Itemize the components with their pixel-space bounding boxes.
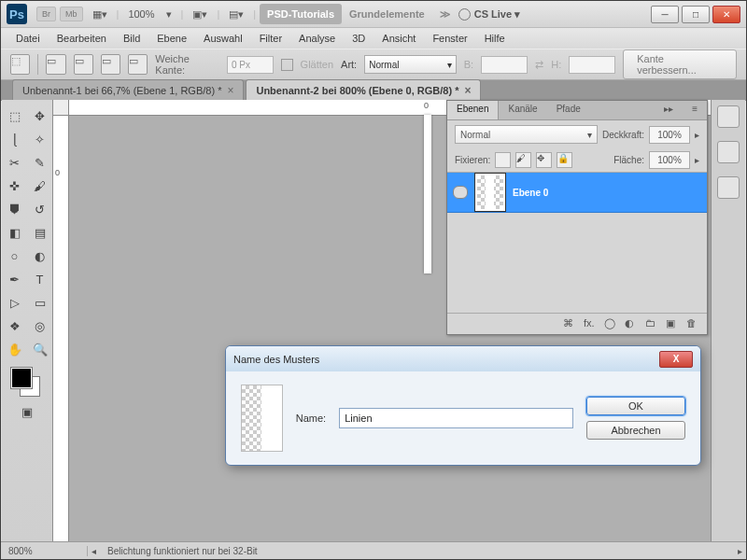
layer-fx-icon[interactable]: fx. <box>584 317 597 330</box>
path-select-icon[interactable]: ▷ <box>4 292 26 313</box>
wand-tool-icon[interactable]: ✧ <box>29 129 51 149</box>
blend-mode-select[interactable]: Normal▾ <box>455 125 598 144</box>
lasso-tool-icon[interactable]: ɭ <box>4 129 26 149</box>
opacity-input[interactable]: 100% <box>649 126 690 144</box>
opacity-flyout-icon[interactable]: ▸ <box>695 130 699 140</box>
tab-pfade[interactable]: Pfade <box>547 101 590 119</box>
marquee-tool-icon[interactable]: ⬚ <box>4 105 26 126</box>
eraser-tool-icon[interactable]: ◧ <box>4 222 26 243</box>
layer-group-icon[interactable]: 🗀 <box>645 317 658 330</box>
layer-mask-icon[interactable]: ◯ <box>604 317 617 330</box>
layer-name[interactable]: Ebene 0 <box>513 188 548 198</box>
document-tab[interactable]: Unbenannt-1 bei 66,7% (Ebene 1, RGB/8) *… <box>12 79 244 101</box>
brush-tool-icon[interactable]: 🖌 <box>29 175 51 196</box>
feather-input[interactable] <box>227 56 274 74</box>
maximize-button[interactable]: □ <box>682 6 710 23</box>
menu-ansicht[interactable]: Ansicht <box>374 30 423 47</box>
layer-row[interactable]: Ebene 0 <box>447 173 707 213</box>
new-layer-icon[interactable]: ▣ <box>666 317 679 330</box>
dodge-tool-icon[interactable]: ◐ <box>29 245 51 266</box>
swatches-panel-icon[interactable] <box>717 105 740 128</box>
pen-tool-icon[interactable]: ✒ <box>4 269 26 289</box>
zoom-display[interactable]: 100% <box>128 8 154 20</box>
swap-wh-icon[interactable]: ⇄ <box>535 59 543 71</box>
bridge-badge[interactable]: Br <box>36 7 56 21</box>
width-input[interactable] <box>481 56 528 74</box>
zoom-tool-icon[interactable]: 🔍 <box>29 339 51 359</box>
workspace-tab-active[interactable]: PSD-Tutorials <box>260 4 342 24</box>
layer-thumbnail[interactable] <box>475 174 505 211</box>
pattern-name-input[interactable] <box>339 408 573 428</box>
type-tool-icon[interactable]: T <box>29 269 51 289</box>
dialog-close-button[interactable]: X <box>659 351 693 368</box>
status-next-icon[interactable]: ▸ <box>734 546 746 556</box>
height-input[interactable] <box>569 56 615 74</box>
shape-tool-icon[interactable]: ▭ <box>29 292 51 313</box>
panel-menu-icon[interactable]: ≡ <box>683 101 707 119</box>
quickmask-icon[interactable]: ▣ <box>16 401 38 422</box>
tab-kanaele[interactable]: Kanäle <box>499 101 546 119</box>
lock-pixels-icon[interactable]: 🖌 <box>515 152 531 168</box>
style-select[interactable]: Normal▾ <box>364 55 457 74</box>
menu-bild[interactable]: Bild <box>116 30 148 47</box>
link-layers-icon[interactable]: ⌘ <box>563 317 576 330</box>
menu-3d[interactable]: 3D <box>345 30 373 47</box>
menu-filter[interactable]: Filter <box>252 30 289 47</box>
document-tab-active[interactable]: Unbenannt-2 bei 800% (Ebene 0, RGB/8) *× <box>246 79 481 101</box>
zoom-status[interactable]: 800% <box>1 546 88 556</box>
antialias-checkbox[interactable] <box>281 59 293 71</box>
status-prev-icon[interactable]: ◂ <box>88 546 100 556</box>
workspace-more-icon[interactable]: ≫ <box>432 4 458 25</box>
document-canvas[interactable] <box>424 115 431 273</box>
canvas-area[interactable]: 0 0 Ebenen Kanäle Pfade ▸▸ ≡ <box>53 100 745 542</box>
tab-ebenen[interactable]: Ebenen <box>447 101 499 119</box>
vertical-ruler[interactable]: 0 <box>53 100 69 542</box>
menu-auswahl[interactable]: Auswahl <box>196 30 250 47</box>
3d-camera-icon[interactable]: ◎ <box>29 315 51 336</box>
minibridge-badge[interactable]: Mb <box>60 7 83 21</box>
refine-edge-button[interactable]: Kante verbessern... <box>623 49 737 79</box>
adjustment-layer-icon[interactable]: ◐ <box>625 317 638 330</box>
adjustments-panel-icon[interactable] <box>717 141 740 163</box>
menu-analyse[interactable]: Analyse <box>291 30 343 47</box>
menu-bearbeiten[interactable]: Bearbeiten <box>49 30 114 47</box>
crop-tool-icon[interactable]: ✂ <box>4 152 26 173</box>
move-tool-icon[interactable]: ✥ <box>29 105 51 126</box>
dialog-titlebar[interactable]: Name des Musters X <box>226 346 700 371</box>
gradient-tool-icon[interactable]: ▤ <box>29 222 51 243</box>
color-swatches[interactable] <box>11 368 43 396</box>
ruler-origin-icon[interactable] <box>53 100 69 116</box>
minimize-button[interactable]: ─ <box>651 6 679 23</box>
heal-tool-icon[interactable]: ✜ <box>4 175 26 196</box>
cancel-button[interactable]: Abbrechen <box>586 421 685 440</box>
lock-all-icon[interactable]: 🔒 <box>557 152 572 168</box>
menu-fenster[interactable]: Fenster <box>425 30 474 47</box>
close-button[interactable]: ✕ <box>712 6 740 23</box>
lock-transparency-icon[interactable] <box>495 152 511 168</box>
screenmode-icon[interactable]: ▣▾ <box>192 8 207 21</box>
panel-collapse-icon[interactable]: ▸▸ <box>655 101 683 119</box>
history-brush-icon[interactable]: ↺ <box>29 199 51 219</box>
sub-selection-icon[interactable]: ▭ <box>101 54 120 75</box>
visibility-eye-icon[interactable] <box>453 186 468 199</box>
add-selection-icon[interactable]: ▭ <box>74 54 93 75</box>
arrange-icon[interactable]: ▦▾ <box>92 8 107 21</box>
eyedropper-tool-icon[interactable]: ✎ <box>29 152 51 173</box>
blur-tool-icon[interactable]: ○ <box>4 245 26 266</box>
viewextras-icon[interactable]: ▤▾ <box>229 8 244 21</box>
3d-tool-icon[interactable]: ❖ <box>4 315 26 336</box>
lock-position-icon[interactable]: ✥ <box>536 152 552 168</box>
close-tab-icon[interactable]: × <box>227 84 233 97</box>
hand-tool-icon[interactable]: ✋ <box>4 339 26 359</box>
intersect-selection-icon[interactable]: ▭ <box>128 54 148 75</box>
menu-ebene[interactable]: Ebene <box>149 30 194 47</box>
fill-input[interactable]: 100% <box>649 151 690 169</box>
delete-layer-icon[interactable]: 🗑 <box>686 317 699 330</box>
close-tab-icon[interactable]: × <box>464 84 471 97</box>
fill-flyout-icon[interactable]: ▸ <box>695 155 699 165</box>
stamp-tool-icon[interactable]: ⛊ <box>4 199 26 219</box>
ok-button[interactable]: OK <box>586 397 685 415</box>
new-selection-icon[interactable]: ▭ <box>46 54 65 75</box>
menu-datei[interactable]: Datei <box>8 30 48 47</box>
workspace-tab[interactable]: Grundelemente <box>342 4 432 24</box>
